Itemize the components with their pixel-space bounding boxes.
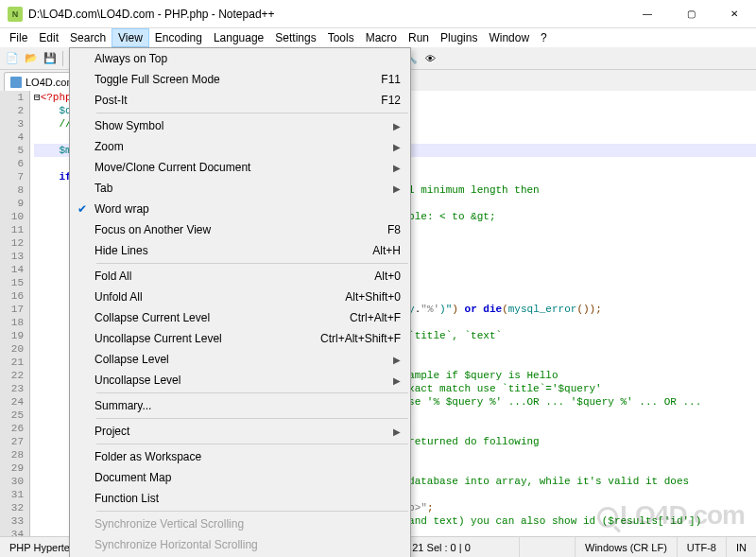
menu-item-synchronize-horizontal-scrolling: Synchronize Horizontal Scrolling	[70, 534, 410, 555]
submenu-arrow-icon: ▶	[393, 121, 401, 131]
check-icon: ✔	[77, 202, 87, 216]
line-number: 31	[0, 488, 24, 501]
menu-item-zoom[interactable]: Zoom▶	[70, 136, 410, 157]
minimize-button[interactable]: —	[626, 0, 669, 28]
status-filler	[520, 537, 576, 557]
line-number: 25	[0, 409, 24, 422]
menu-encoding[interactable]: Encoding	[149, 29, 208, 46]
menu-view[interactable]: View	[112, 28, 149, 47]
menu-tools[interactable]: Tools	[322, 29, 360, 46]
menu-item-document-map[interactable]: Document Map	[70, 467, 410, 488]
submenu-arrow-icon: ▶	[393, 183, 401, 194]
line-number: 20	[0, 342, 24, 356]
menu-item-summary-[interactable]: Summary...	[70, 395, 410, 416]
line-number: 3	[0, 117, 24, 131]
line-number: 24	[0, 395, 24, 409]
menu-item-label: Tab	[94, 182, 386, 195]
line-number: 32	[0, 501, 24, 514]
menu-item-unfold-all[interactable]: Unfold AllAlt+Shift+0	[70, 287, 410, 307]
menu-item-tab[interactable]: Tab▶	[70, 178, 410, 199]
menu-item-move-clone-current-document[interactable]: Move/Clone Current Document▶	[70, 157, 410, 178]
submenu-arrow-icon: ▶	[393, 142, 401, 152]
menu-item-function-list[interactable]: Function List	[70, 488, 410, 509]
menu-item-label: Hide Lines	[94, 244, 353, 257]
menu-item-project[interactable]: Project▶	[70, 421, 410, 442]
menu-macro[interactable]: Macro	[360, 29, 403, 46]
menu-file[interactable]: File	[4, 29, 33, 46]
menu-edit[interactable]: Edit	[33, 29, 64, 46]
menu-item-hide-lines[interactable]: Hide LinesAlt+H	[70, 240, 410, 261]
menu-item-label: Project	[94, 425, 386, 438]
menu-item-label: Uncollapse Current Level	[94, 332, 301, 345]
menu-item-post-it[interactable]: Post-ItF12	[70, 90, 410, 111]
line-number: 16	[0, 289, 24, 303]
line-number: 11	[0, 223, 24, 236]
menu-item-focus-on-another-view[interactable]: Focus on Another ViewF8	[70, 219, 410, 240]
status-encoding: UTF-8	[678, 537, 727, 557]
menu-item-label: Collapse Level	[94, 353, 386, 366]
menu-item-toggle-full-screen-mode[interactable]: Toggle Full Screen ModeF11	[70, 69, 410, 90]
menu-language[interactable]: Language	[208, 29, 269, 46]
close-button[interactable]: ✕	[713, 0, 756, 28]
menu-item-label: Toggle Full Screen Mode	[94, 73, 362, 86]
line-number: 14	[0, 263, 24, 276]
menu-item-label: Folder as Workspace	[94, 450, 401, 463]
menu-item-collapse-current-level[interactable]: Collapse Current LevelCtrl+Alt+F	[70, 307, 410, 328]
titlebar: N D:\LO4D.com\LO4D.com - PHP.php - Notep…	[0, 0, 756, 28]
menu-item-label: Fold All	[94, 270, 355, 283]
submenu-arrow-icon: ▶	[393, 355, 401, 365]
menu-settings[interactable]: Settings	[269, 29, 321, 46]
status-insert-mode: IN	[727, 537, 756, 557]
menubar: FileEditSearchViewEncodingLanguageSettin…	[0, 28, 756, 47]
menu-run[interactable]: Run	[403, 29, 435, 46]
menu-item-always-on-top[interactable]: Always on Top	[70, 48, 410, 69]
menu-item-accelerator: Ctrl+Alt+Shift+F	[301, 332, 401, 345]
menu-item-uncollapse-current-level[interactable]: Uncollapse Current LevelCtrl+Alt+Shift+F	[70, 328, 410, 349]
submenu-arrow-icon: ▶	[393, 375, 401, 386]
menu-item-label: Collapse Current Level	[94, 311, 331, 324]
line-number: 13	[0, 250, 24, 263]
maximize-button[interactable]: ▢	[669, 0, 713, 28]
menu-item-collapse-level[interactable]: Collapse Level▶	[70, 349, 410, 370]
line-number: 4	[0, 131, 24, 144]
toolbar-button-0[interactable]: 📄	[4, 50, 21, 67]
app-icon: N	[8, 7, 23, 22]
line-number-gutter: 1234567891011121314151617181920212223242…	[0, 91, 30, 536]
menu-item-label: Function List	[94, 492, 401, 505]
menu-window[interactable]: Window	[483, 29, 535, 46]
menu-item-show-symbol[interactable]: Show Symbol▶	[70, 115, 410, 136]
line-number: 7	[0, 170, 24, 183]
menu-item-label: Document Map	[94, 471, 401, 484]
line-number: 17	[0, 303, 24, 316]
line-number: 5	[0, 144, 24, 157]
window-title: D:\LO4D.com\LO4D.com - PHP.php - Notepad…	[28, 8, 626, 21]
menu-item-accelerator: F12	[362, 94, 401, 107]
menu-item-fold-all[interactable]: Fold AllAlt+0	[70, 266, 410, 287]
menu-item-word-wrap[interactable]: ✔Word wrap	[70, 199, 410, 219]
line-number: 1	[0, 91, 24, 104]
status-eol: Windows (CR LF)	[576, 537, 678, 557]
menu-item-synchronize-vertical-scrolling: Synchronize Vertical Scrolling	[70, 513, 410, 534]
watermark: LO4D.com	[597, 500, 745, 531]
line-number: 10	[0, 210, 24, 223]
menu-help[interactable]: ?	[535, 29, 553, 46]
menu-item-accelerator: F8	[369, 223, 401, 236]
view-menu-dropdown: Always on TopToggle Full Screen ModeF11P…	[69, 47, 411, 557]
line-number: 27	[0, 435, 24, 448]
menu-plugins[interactable]: Plugins	[435, 29, 483, 46]
line-number: 26	[0, 422, 24, 435]
menu-item-label: Always on Top	[94, 52, 401, 65]
toolbar-button-2[interactable]: 💾	[42, 50, 59, 67]
menu-item-accelerator: Alt+0	[355, 270, 401, 283]
menu-item-label: Zoom	[94, 140, 386, 153]
toolbar-button-20[interactable]: 👁	[421, 50, 438, 67]
magnifier-icon	[597, 507, 618, 528]
line-number: 30	[0, 475, 24, 488]
menu-item-accelerator: Alt+H	[353, 244, 401, 257]
menu-search[interactable]: Search	[64, 29, 112, 46]
toolbar-button-1[interactable]: 📂	[23, 50, 40, 67]
line-number: 22	[0, 369, 24, 382]
menu-item-uncollapse-level[interactable]: Uncollapse Level▶	[70, 370, 410, 391]
file-icon	[10, 77, 22, 88]
menu-item-folder-as-workspace[interactable]: Folder as Workspace	[70, 446, 410, 467]
